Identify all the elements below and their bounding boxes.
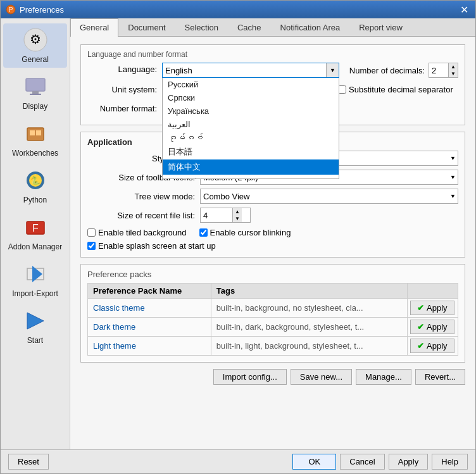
decimals-input[interactable] bbox=[429, 63, 448, 77]
sidebar-item-start[interactable]: Start bbox=[3, 304, 67, 349]
tab-selection[interactable]: Selection bbox=[175, 18, 228, 36]
decimals-increment[interactable]: ▲ bbox=[449, 63, 458, 70]
table-header-name: Preference Pack Name bbox=[88, 284, 211, 299]
manage-button[interactable]: Manage... bbox=[356, 369, 411, 385]
splash-screen-row: Enable splash screen at start up bbox=[87, 241, 458, 251]
language-dropdown-list: Русский Српски Українська العربية ၵုမ်ၵဝ… bbox=[162, 78, 339, 179]
tab-cache[interactable]: Cache bbox=[228, 18, 271, 36]
tab-general[interactable]: General bbox=[70, 18, 118, 37]
pack-tags-dark: built-in, dark, background, stylesheet, … bbox=[211, 318, 407, 337]
apply-dark-button[interactable]: ✔ Apply bbox=[410, 320, 454, 334]
language-input-box[interactable]: English ▼ bbox=[162, 63, 339, 78]
sidebar-item-addon-manager[interactable]: F Addon Manager bbox=[3, 211, 67, 255]
cancel-button[interactable]: Cancel bbox=[340, 454, 384, 470]
table-row: Classic theme built-in, background, no s… bbox=[88, 299, 458, 318]
footer: Reset OK Cancel Apply Help bbox=[1, 449, 475, 473]
lang-japanese[interactable]: 日本語 bbox=[163, 144, 339, 159]
tab-document[interactable]: Document bbox=[118, 18, 175, 36]
pack-name-classic[interactable]: Classic theme bbox=[88, 299, 211, 318]
titlebar: P Preferences ✕ bbox=[1, 1, 475, 18]
pack-name-light[interactable]: Light theme bbox=[88, 337, 211, 356]
lang-ukrainian[interactable]: Українська bbox=[163, 104, 339, 118]
table-row: Dark theme built-in, dark, background, s… bbox=[88, 318, 458, 337]
ok-button[interactable]: OK bbox=[292, 454, 336, 470]
lang-russian[interactable]: Русский bbox=[163, 78, 339, 91]
help-button[interactable]: Help bbox=[432, 454, 468, 470]
addon-icon: F bbox=[23, 215, 48, 240]
splash-screen-checkbox[interactable] bbox=[87, 242, 96, 250]
tree-view-label: Tree view mode: bbox=[87, 192, 195, 201]
sidebar-item-workbenches-label: Workbenches bbox=[12, 149, 58, 158]
lang-burmese[interactable]: ၵုမ်ၵဝ် bbox=[163, 131, 339, 144]
tabs-bar: General Document Selection Cache Notific… bbox=[70, 18, 475, 37]
lang-simplified-chinese[interactable]: 简体中文 bbox=[163, 159, 339, 175]
svg-rect-6 bbox=[30, 94, 41, 95]
decimals-decrement[interactable]: ▼ bbox=[449, 70, 458, 77]
apply-classic-button[interactable]: ✔ Apply bbox=[410, 301, 454, 315]
sidebar-item-import-export[interactable]: Import-Export bbox=[3, 258, 67, 302]
gear-icon: ⚙ bbox=[23, 27, 48, 53]
save-new-button[interactable]: Save new... bbox=[291, 369, 352, 385]
tab-report-view[interactable]: Report view bbox=[349, 18, 412, 36]
language-dropdown-arrow[interactable]: ▼ bbox=[326, 63, 339, 77]
decimals-spinbox[interactable]: ▲ ▼ bbox=[429, 63, 458, 78]
lang-arabic[interactable]: العربية bbox=[163, 118, 339, 131]
decimals-group: Number of decimals: ▲ ▼ bbox=[349, 63, 458, 78]
sidebar-item-python-label: Python bbox=[23, 196, 47, 204]
recent-file-increment[interactable]: ▲ bbox=[233, 208, 242, 215]
sidebar-item-general[interactable]: ⚙ General bbox=[3, 23, 67, 68]
recent-file-spinbox-btns: ▲ ▼ bbox=[232, 208, 242, 222]
import-config-button[interactable]: Import config... bbox=[213, 369, 287, 385]
close-button[interactable]: ✕ bbox=[458, 3, 470, 16]
tree-view-dropdown: Combo View ▼ bbox=[200, 189, 458, 204]
recent-file-spinbox[interactable]: ▲ ▼ bbox=[200, 208, 251, 223]
sidebar-item-display[interactable]: Display bbox=[3, 70, 67, 115]
preference-packs-table: Preference Pack Name Tags Classic theme … bbox=[87, 283, 458, 356]
cursor-blinking-row: Enable cursor blinking bbox=[199, 228, 291, 237]
recent-file-decrement[interactable]: ▼ bbox=[233, 215, 242, 222]
cursor-blinking-checkbox[interactable] bbox=[199, 228, 208, 237]
svg-rect-4 bbox=[26, 78, 45, 91]
apply-light-button[interactable]: ✔ Apply bbox=[410, 339, 454, 353]
preference-packs-section: Preference packs Preference Pack Name Ta… bbox=[80, 264, 465, 363]
svg-text:F: F bbox=[32, 223, 39, 234]
tab-notification-area[interactable]: Notification Area bbox=[271, 18, 350, 36]
sidebar-item-workbenches[interactable]: Workbenches bbox=[3, 117, 67, 161]
recent-file-input[interactable] bbox=[201, 208, 232, 222]
substitute-decimal-checkbox[interactable] bbox=[338, 85, 346, 94]
tree-view-select[interactable]: Combo View bbox=[200, 189, 458, 204]
pack-tags-light: built-in, light, background, stylesheet,… bbox=[211, 337, 407, 356]
workbenches-icon bbox=[23, 121, 48, 146]
language-label: Language: bbox=[87, 63, 157, 74]
lang-serbian[interactable]: Српски bbox=[163, 91, 339, 104]
substitute-decimal-row: Substitute decimal separator bbox=[338, 85, 453, 94]
tiled-background-checkbox[interactable] bbox=[87, 228, 96, 237]
footer-right: OK Cancel Apply Help bbox=[292, 454, 468, 470]
main-content: ⚙ General Display bbox=[1, 18, 475, 449]
sidebar-item-addon-manager-label: Addon Manager bbox=[8, 242, 62, 251]
svg-rect-5 bbox=[32, 91, 39, 94]
titlebar-left: P Preferences bbox=[6, 4, 64, 15]
tiled-background-label: Enable tiled background bbox=[98, 228, 187, 237]
language-section-title: Language and number format bbox=[87, 50, 458, 59]
apply-classic-label: Apply bbox=[427, 303, 448, 313]
monitor-icon bbox=[23, 74, 48, 99]
svg-text:🐍: 🐍 bbox=[30, 175, 41, 186]
table-header-action bbox=[408, 284, 458, 299]
revert-button[interactable]: Revert... bbox=[415, 369, 465, 385]
chevron-down-icon: ▼ bbox=[330, 67, 335, 73]
reset-button[interactable]: Reset bbox=[8, 454, 49, 470]
right-panel: General Document Selection Cache Notific… bbox=[70, 18, 475, 449]
svg-rect-9 bbox=[36, 130, 41, 135]
apply-button[interactable]: Apply bbox=[389, 454, 429, 470]
config-buttons-row: Import config... Save new... Manage... R… bbox=[80, 369, 465, 387]
sidebar-item-start-label: Start bbox=[27, 336, 43, 345]
pack-action-light: ✔ Apply bbox=[408, 337, 458, 356]
sidebar-item-python[interactable]: 🐍 Python bbox=[3, 164, 67, 208]
lang-traditional-chinese[interactable]: 繁體中文 bbox=[163, 175, 339, 179]
start-icon bbox=[23, 308, 48, 334]
panel-content: Language and number format Language: Eng… bbox=[70, 37, 475, 449]
pack-name-dark[interactable]: Dark theme bbox=[88, 318, 211, 337]
svg-text:⚙: ⚙ bbox=[30, 32, 41, 46]
sidebar-item-general-label: General bbox=[22, 55, 49, 64]
